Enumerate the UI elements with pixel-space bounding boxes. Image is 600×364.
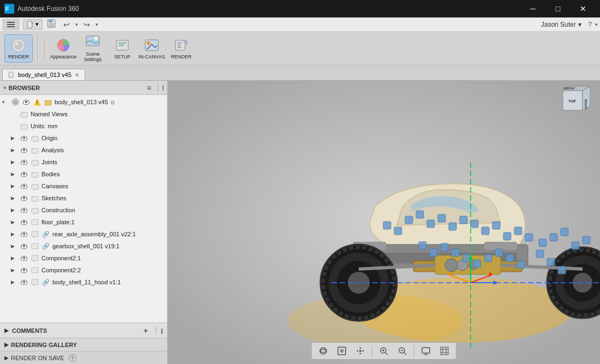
help-circle[interactable]: ?	[69, 354, 76, 362]
svg-rect-50	[32, 255, 38, 261]
tree-item-origin[interactable]: ▶ Origin	[0, 132, 167, 144]
3d-model	[168, 81, 600, 364]
rear-axle-eye	[20, 230, 28, 238]
help-button[interactable]: ?	[585, 19, 595, 29]
root-settings[interactable]: ⊙	[110, 99, 115, 105]
tree-item-comp21[interactable]: ▶ Component2:1	[0, 252, 167, 264]
svg-rect-83	[427, 220, 435, 228]
save-button[interactable]	[44, 18, 59, 31]
analysis-folder	[31, 146, 39, 154]
tree-root[interactable]: ▾ ⊙ ⚠️ body_shell_013 v45 ⊙	[0, 96, 167, 108]
display-button[interactable]	[418, 344, 434, 358]
rendering-gallery-panel[interactable]: ▶ RENDERING GALLERY	[0, 338, 167, 351]
bodies-eye	[20, 170, 28, 178]
render2-button[interactable]: RENDER	[167, 34, 195, 63]
comments-menu[interactable]: |	[161, 327, 163, 334]
units-label: Units: mm	[31, 123, 58, 129]
pan-button[interactable]	[352, 344, 369, 358]
tree-item-body-shell-hood[interactable]: ▶ 🔗 body_shell_11_hood v1:1	[0, 276, 167, 288]
zoom-dropdown-button[interactable]	[394, 344, 411, 358]
svg-rect-88	[482, 227, 489, 235]
svg-rect-46	[32, 208, 34, 210]
maximize-button[interactable]: □	[545, 0, 571, 17]
svg-rect-99	[572, 242, 579, 249]
file-tab-close[interactable]: ✕	[75, 72, 79, 78]
comp21-eye	[20, 254, 28, 262]
title-bar: F Autodesk Fusion 360 ─ □ ✕	[0, 0, 600, 17]
fit-button[interactable]	[334, 344, 350, 358]
sketches-folder	[31, 194, 39, 202]
appearance-icon	[55, 37, 72, 53]
svg-point-72	[445, 259, 458, 272]
render-save-collapse: ▶	[4, 355, 9, 361]
tab-bar: body_shell_013 v45 ✕	[0, 65, 600, 81]
tree-item-comp22[interactable]: ▶ Component2:2	[0, 264, 167, 276]
setup-icon	[114, 37, 130, 53]
app-menu-button[interactable]	[2, 19, 20, 31]
analysis-label: Analysis	[41, 147, 64, 153]
tree-item-bodies[interactable]: ▶ Bodies	[0, 168, 167, 180]
scene-settings-button[interactable]: Scene Settings	[79, 34, 107, 63]
svg-rect-103	[441, 243, 448, 251]
floor-plate-comp-icon	[31, 218, 39, 226]
file-tab[interactable]: body_shell_013 v45 ✕	[2, 69, 85, 80]
root-folder-icon	[44, 98, 52, 106]
toolbar-divider-1	[44, 38, 45, 59]
svg-rect-7	[49, 20, 52, 22]
root-label: body_shell_013 v45	[55, 99, 108, 105]
bodies-folder	[31, 170, 39, 178]
close-button[interactable]: ✕	[571, 0, 596, 17]
svg-rect-110	[517, 261, 525, 268]
render-on-save-panel: ▶ RENDER ON SAVE ?	[0, 351, 167, 364]
canvases-folder	[31, 182, 39, 190]
undo-button[interactable]: ↩	[60, 19, 73, 30]
user-menu[interactable]: Jason Suter ▾	[538, 20, 585, 29]
joints-folder	[31, 158, 39, 166]
setup-button[interactable]: SETUP	[108, 34, 136, 63]
grid-button[interactable]	[436, 344, 453, 358]
file-menu[interactable]: ▾	[23, 19, 43, 30]
hood-link-icon: 🔗	[41, 278, 50, 287]
svg-text:FRONT: FRONT	[564, 87, 575, 90]
undo-dropdown[interactable]: ▾	[74, 21, 79, 28]
svg-rect-44	[32, 196, 34, 198]
tree-item-floor-plate[interactable]: ▶ floor_plate:1	[0, 216, 167, 228]
tree-item-construction[interactable]: ▶ Construction	[0, 204, 167, 216]
comments-add-button[interactable]: +	[141, 326, 151, 336]
tree-item-canvases[interactable]: ▶ Canvases	[0, 180, 167, 192]
orbit-button[interactable]	[315, 344, 331, 358]
svg-rect-32	[21, 124, 23, 126]
appearance-group: Appearance Scene Settings SETUP	[49, 33, 200, 64]
redo-dropdown[interactable]: ▾	[94, 21, 99, 28]
appearance-button[interactable]: Appearance	[49, 34, 78, 63]
redo-button[interactable]: ↪	[80, 19, 93, 30]
render-button[interactable]: RENDER	[4, 34, 33, 63]
help-dropdown[interactable]: ▾	[595, 22, 598, 27]
svg-rect-49	[32, 243, 38, 249]
browser-expand-button[interactable]: |	[162, 85, 164, 91]
svg-rect-97	[550, 234, 557, 241]
svg-rect-85	[449, 223, 456, 230]
browser-menu-button[interactable]: ≡	[144, 83, 154, 93]
minimize-button[interactable]: ─	[520, 0, 545, 17]
tree-item-analysis[interactable]: ▶ Analysis	[0, 144, 167, 156]
tree-item-rear-axle[interactable]: ▶ 🔗 rear_axle_assembly_001 v22:1	[0, 228, 167, 240]
gearbox-eye	[20, 242, 28, 250]
zoom-button[interactable]	[376, 344, 392, 358]
sketches-label: Sketches	[41, 195, 66, 201]
tree-item-sketches[interactable]: ▶ Sketches	[0, 192, 167, 204]
gearbox-link-icon: 🔗	[41, 242, 50, 250]
viewport[interactable]: TOP RIGHT FRONT	[168, 81, 600, 364]
collapse-button[interactable]: «	[3, 85, 7, 91]
joints-label: Joints	[41, 159, 57, 165]
tree-item-named-views[interactable]: ▶ Named Views	[0, 108, 167, 120]
comments-panel[interactable]: ▶ COMMENTS + |	[0, 323, 167, 338]
tree-item-joints[interactable]: ▶ Joints	[0, 156, 167, 168]
svg-rect-51	[32, 267, 38, 273]
comments-label: COMMENTS	[12, 327, 47, 334]
tree-item-units[interactable]: ▶ Units: mm	[0, 120, 167, 132]
in-canvas-button[interactable]: IN-CANVAS	[138, 34, 166, 63]
nav-cube[interactable]: TOP RIGHT FRONT	[557, 85, 596, 123]
tree-item-gearbox[interactable]: ▶ 🔗 gearbox_shell_001 v19:1	[0, 240, 167, 252]
comments-collapse: ▶	[4, 327, 9, 333]
